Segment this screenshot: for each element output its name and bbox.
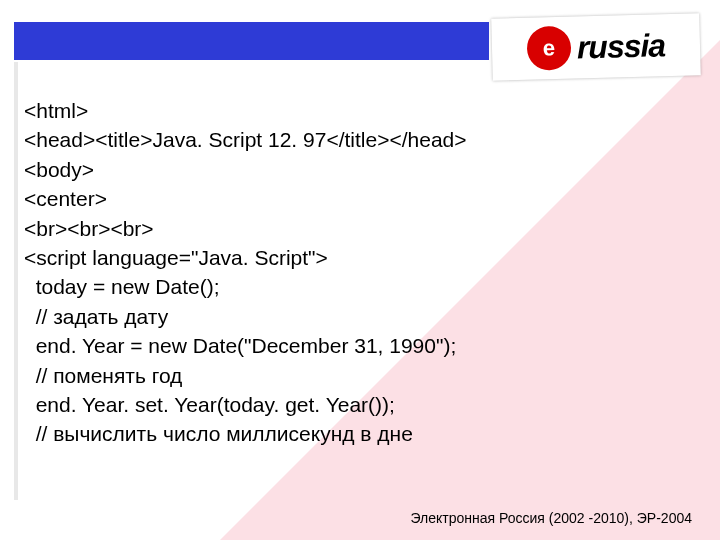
logo-card: e russia [491, 13, 701, 80]
logo-text: russia [576, 27, 665, 66]
logo-badge-icon: e [526, 26, 571, 71]
code-block: <html> <head><title>Java. Script 12. 97<… [24, 96, 694, 449]
footer-text: Электронная Россия (2002 -2010), ЭР-2004 [411, 510, 693, 526]
code-line: // вычислить число миллисекунд в дне [24, 419, 694, 448]
code-line: // задать дату [24, 302, 694, 331]
code-line: // поменять год [24, 361, 694, 390]
code-line: end. Year. set. Year(today. get. Year())… [24, 390, 694, 419]
code-line: <br><br><br> [24, 214, 694, 243]
code-line: <center> [24, 184, 694, 213]
code-line: <html> [24, 96, 694, 125]
slide: e russia <html> <head><title>Java. Scrip… [0, 0, 720, 540]
header-bar [14, 22, 489, 60]
code-line: end. Year = new Date("December 31, 1990"… [24, 331, 694, 360]
code-line: <head><title>Java. Script 12. 97</title>… [24, 125, 694, 154]
code-line: <script language="Java. Script"> [24, 243, 694, 272]
code-line: <body> [24, 155, 694, 184]
code-line: today = new Date(); [24, 272, 694, 301]
left-divider [14, 62, 18, 500]
